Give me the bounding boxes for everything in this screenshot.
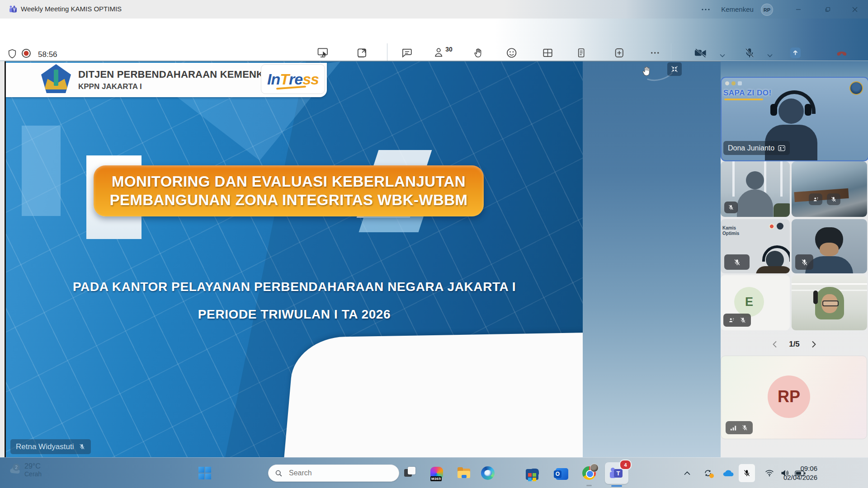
apps-icon xyxy=(613,47,625,59)
hand-cursor xyxy=(641,65,653,79)
video-tile-participant[interactable] xyxy=(792,161,867,217)
headset-icon xyxy=(813,291,818,304)
mic-off-icon xyxy=(740,317,746,324)
raise-hand-icon xyxy=(473,47,484,59)
close-button[interactable] xyxy=(845,0,864,19)
copilot-m365-button[interactable]: M365 xyxy=(429,466,444,480)
clock-time: 09:06 xyxy=(764,464,817,473)
file-explorer-button[interactable] xyxy=(457,466,471,480)
camera-options-chevron[interactable] xyxy=(720,54,725,57)
take-control-icon xyxy=(316,47,329,59)
fit-to-frame-button[interactable] xyxy=(667,62,682,76)
video-tile-participant[interactable] xyxy=(792,219,867,273)
teams-taskbar-button[interactable]: T 4 xyxy=(605,462,628,484)
account-avatar[interactable]: RP xyxy=(761,4,773,16)
wbbm-badge-icon xyxy=(849,81,863,95)
more-icon xyxy=(650,47,660,59)
virtual-bg-text: SAPA ZI DO! xyxy=(723,89,772,98)
taskbar-clock[interactable]: 09:06 02/04/2026 xyxy=(764,464,817,482)
camera-off-icon xyxy=(694,47,708,59)
people-count: 30 xyxy=(445,46,453,53)
chat-icon xyxy=(401,47,413,59)
virtual-bg-logo xyxy=(777,223,783,230)
chrome-profile-avatar xyxy=(590,464,599,472)
weather-badge: 2 xyxy=(13,464,20,471)
view-icon xyxy=(542,47,554,59)
chrome-button[interactable] xyxy=(582,466,596,480)
virtual-bg-logo xyxy=(769,224,774,229)
page-indicator: 1/5 xyxy=(789,340,800,349)
edge-browser-button[interactable] xyxy=(481,466,495,480)
sync-alert-dot xyxy=(709,474,714,478)
title-bar: Weekly Meeting KAMIS OPTIMIS Kemenkeu RP xyxy=(0,0,868,19)
participants-panel: SAPA ZI DO! Dona Junianto Ka xyxy=(721,61,868,457)
slide-org-line2: KPPN JAKARTA I xyxy=(78,82,142,91)
outlook-button[interactable]: O xyxy=(555,466,569,480)
video-tile-participant[interactable]: Kamis Optimis xyxy=(721,219,790,273)
start-button[interactable] xyxy=(198,466,212,480)
microsoft-store-button[interactable] xyxy=(525,466,539,480)
virtual-bg-underline xyxy=(724,99,763,100)
video-tile-speaker[interactable]: SAPA ZI DO! Dona Junianto xyxy=(721,77,868,161)
mic-off-indicator xyxy=(795,254,813,270)
mic-options-chevron[interactable] xyxy=(767,54,773,57)
weather-widget[interactable]: 2 29°C Cerah xyxy=(9,462,42,478)
notes-icon xyxy=(576,47,587,59)
toolbar-separator xyxy=(387,43,387,63)
meeting-toolbar: 58:56 Take control Pop out Chat 30 Peopl… xyxy=(0,19,868,61)
window-title: Weekly Meeting KAMIS OPTIMIS xyxy=(21,5,122,13)
glasses-icon xyxy=(822,300,839,306)
banner-line2: PEMBANGUNAN ZONA INTEGRITAS WBK-WBBM xyxy=(110,192,468,209)
search-input[interactable] xyxy=(288,469,380,478)
guest-indicator xyxy=(809,193,822,205)
self-video-tile[interactable]: RP xyxy=(721,356,867,439)
toolbar-separator xyxy=(671,43,671,63)
tray-chevron-up[interactable] xyxy=(681,467,693,479)
slide-subtitle1: PADA KANTOR PELAYANAN PERBENDAHARAAN NEG… xyxy=(6,280,583,294)
react-icon xyxy=(506,47,518,59)
recording-indicator xyxy=(21,48,32,59)
taskbar-search[interactable] xyxy=(268,465,399,482)
leave-call-icon xyxy=(835,47,848,59)
signal-bars-icon xyxy=(730,425,737,431)
slide-bottom-white-swoosh xyxy=(283,332,583,458)
virtual-bg-text: Kamis Optimis xyxy=(722,225,739,236)
tray-sync-icon[interactable] xyxy=(702,467,714,479)
mic-off-icon xyxy=(744,47,755,59)
teams-notification-badge: 4 xyxy=(619,460,632,470)
minimize-button[interactable] xyxy=(789,0,808,19)
guest-icon xyxy=(728,317,735,324)
slide-decor-lightblue-square xyxy=(22,126,61,216)
slide-subtitle2: PERIODE TRIWULAN I TA 2026 xyxy=(6,307,583,322)
task-view-button[interactable] xyxy=(403,466,417,480)
next-page-chevron[interactable] xyxy=(811,341,816,348)
teams-app-icon xyxy=(8,5,17,14)
speaker-name: Dona Junianto xyxy=(728,144,774,152)
self-indicators xyxy=(726,421,753,434)
meeting-timer: 58:56 xyxy=(38,50,57,59)
video-tile-participant[interactable] xyxy=(792,275,867,330)
people-icon: 30 xyxy=(433,47,453,59)
shared-presentation-slide: DITJEN PERBENDAHARAAN KEMENKEU RI KPPN J… xyxy=(5,61,583,458)
intress-logo: InTress xyxy=(261,64,325,94)
mic-off-indicator xyxy=(827,193,840,205)
previous-page-chevron[interactable] xyxy=(772,341,777,348)
clock-date: 02/04/2026 xyxy=(764,473,817,482)
video-tile-participant[interactable] xyxy=(721,161,790,217)
org-label[interactable]: Kemenkeu xyxy=(718,0,757,19)
presenter-name: Retna Widyastuti xyxy=(16,442,74,451)
tray-onedrive-icon[interactable] xyxy=(722,467,735,479)
tray-mic-muted[interactable] xyxy=(739,464,755,482)
pop-out-icon xyxy=(356,47,368,59)
titlebar-more-button[interactable] xyxy=(698,0,713,19)
mic-off-indicator xyxy=(724,202,738,213)
teams-active-indicator xyxy=(611,485,622,487)
video-tile-avatar[interactable]: E xyxy=(721,275,790,330)
tile-pagination: 1/5 xyxy=(721,337,868,352)
presenter-name-chip: Retna Widyastuti xyxy=(10,439,91,454)
maximize-button[interactable] xyxy=(818,0,837,19)
speaker-name-chip: Dona Junianto xyxy=(723,141,790,155)
security-shield-icon[interactable] xyxy=(7,48,17,59)
cloud-icon: 2 xyxy=(9,465,21,474)
screen-share-stage: DITJEN PERBENDAHARAAN KEMENKEU RI KPPN J… xyxy=(5,61,721,458)
